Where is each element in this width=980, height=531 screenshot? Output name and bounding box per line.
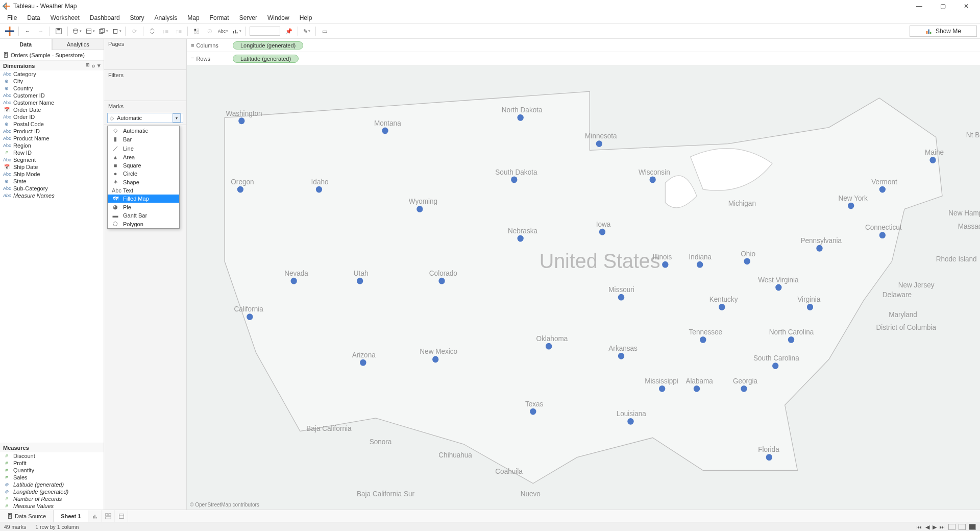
- save-button[interactable]: [53, 26, 65, 37]
- dimension-field[interactable]: AbcSegment: [0, 156, 104, 163]
- tab-analytics[interactable]: Analytics: [52, 39, 104, 50]
- view-slide-icon[interactable]: [959, 524, 966, 530]
- dimension-field[interactable]: AbcOrder ID: [0, 113, 104, 120]
- new-worksheet-button[interactable]: [84, 26, 96, 37]
- dimension-field[interactable]: ⊕Postal Code: [0, 120, 104, 128]
- data-source-selector[interactable]: 🗄 Orders (Sample - Superstore): [0, 50, 104, 61]
- state-marker[interactable]: [247, 313, 253, 320]
- close-button[interactable]: ✕: [954, 0, 978, 12]
- menu-data[interactable]: Data: [22, 14, 45, 21]
- new-dashboard-icon[interactable]: [102, 510, 115, 522]
- new-datasource-button[interactable]: [70, 26, 83, 37]
- state-marker[interactable]: [775, 284, 781, 291]
- state-marker[interactable]: [788, 336, 794, 343]
- state-marker[interactable]: [741, 385, 747, 392]
- group-button[interactable]: ∅: [204, 26, 216, 37]
- nav-first-icon[interactable]: ⏮: [917, 524, 922, 530]
- menu-server[interactable]: Server: [234, 14, 262, 21]
- measure-field[interactable]: #Sales: [0, 474, 104, 481]
- sort-asc-button[interactable]: ↓≡: [159, 26, 172, 37]
- mark-option[interactable]: ／Line: [108, 143, 179, 153]
- dimension-field[interactable]: ⊕Country: [0, 85, 104, 92]
- map-canvas[interactable]: United States WashingtonMontanaNorth Dak…: [187, 65, 980, 510]
- measure-field[interactable]: #Discount: [0, 452, 104, 460]
- menu-analysis[interactable]: Analysis: [150, 14, 183, 21]
- view-full-icon[interactable]: [969, 524, 976, 530]
- search-field-icon[interactable]: ⌕: [92, 62, 95, 69]
- mark-type-dropdown[interactable]: ◇ Automatic ▾: [107, 113, 183, 123]
- state-marker[interactable]: [879, 186, 886, 193]
- dimension-field[interactable]: ⊕City: [0, 78, 104, 85]
- dimension-field[interactable]: AbcProduct Name: [0, 135, 104, 142]
- mark-option[interactable]: ▮Bar: [108, 135, 179, 143]
- state-marker[interactable]: [382, 128, 388, 134]
- rows-pill[interactable]: Latitude (generated): [233, 55, 299, 63]
- maximize-button[interactable]: ▢: [931, 0, 954, 12]
- state-marker[interactable]: [238, 117, 244, 124]
- nav-last-icon[interactable]: ⏭: [940, 524, 945, 530]
- menu-dashboard[interactable]: Dashboard: [85, 14, 125, 21]
- mark-option[interactable]: ■Square: [108, 161, 179, 170]
- state-marker[interactable]: [650, 177, 656, 183]
- new-story-icon[interactable]: [115, 510, 128, 522]
- dimension-field[interactable]: AbcRegion: [0, 142, 104, 149]
- state-marker[interactable]: [518, 114, 524, 121]
- state-marker[interactable]: [357, 278, 363, 284]
- sort-desc-button[interactable]: ↑≡: [173, 26, 185, 37]
- state-marker[interactable]: [659, 385, 665, 392]
- state-marker[interactable]: [694, 385, 700, 392]
- measure-field[interactable]: ⊕Longitude (generated): [0, 488, 104, 495]
- state-marker[interactable]: [618, 294, 624, 301]
- state-marker[interactable]: [291, 278, 297, 284]
- state-marker[interactable]: [618, 353, 624, 359]
- dimension-field[interactable]: 📅Ship Date: [0, 163, 104, 171]
- chevron-down-icon[interactable]: ▾: [173, 113, 181, 123]
- dimension-field[interactable]: AbcCustomer ID: [0, 92, 104, 99]
- show-me-button[interactable]: Show Me: [910, 26, 977, 37]
- mark-option[interactable]: ●Circle: [108, 170, 179, 178]
- menu-file[interactable]: File: [2, 14, 22, 21]
- refresh-button[interactable]: ⟳: [128, 26, 140, 37]
- dimension-field[interactable]: AbcCategory: [0, 70, 104, 78]
- pen-button[interactable]: ✎: [301, 26, 313, 37]
- labels-button[interactable]: [230, 26, 242, 37]
- state-marker[interactable]: [360, 359, 366, 366]
- mark-option[interactable]: 🗺Filled Map: [108, 195, 179, 203]
- state-marker[interactable]: [744, 258, 750, 264]
- dimension-field[interactable]: ⊕State: [0, 178, 104, 185]
- presentation-button[interactable]: ▭: [318, 26, 331, 37]
- totals-button[interactable]: Abc: [217, 26, 229, 37]
- dimension-field[interactable]: 📅Order Date: [0, 106, 104, 113]
- pages-shelf[interactable]: [104, 49, 186, 69]
- state-marker[interactable]: [816, 245, 822, 252]
- state-marker[interactable]: [438, 278, 445, 284]
- columns-pill[interactable]: Longitude (generated): [233, 41, 303, 50]
- state-marker[interactable]: [766, 454, 772, 461]
- menu-story[interactable]: Story: [125, 14, 150, 21]
- rows-shelf[interactable]: ≡Rows Latitude (generated): [187, 52, 980, 65]
- clear-button[interactable]: [110, 26, 122, 37]
- state-marker[interactable]: [596, 140, 602, 147]
- dimension-field[interactable]: AbcSub-Category: [0, 185, 104, 192]
- dimensions-menu-icon[interactable]: ▾: [97, 62, 101, 69]
- state-marker[interactable]: [879, 232, 886, 238]
- columns-shelf[interactable]: ≡Columns Longitude (generated): [187, 39, 980, 52]
- toolbar-search-input[interactable]: [250, 27, 280, 36]
- state-marker[interactable]: [697, 261, 703, 268]
- menu-worksheet[interactable]: Worksheet: [45, 14, 85, 21]
- dimension-field[interactable]: #Row ID: [0, 149, 104, 156]
- menu-window[interactable]: Window: [262, 14, 295, 21]
- state-marker[interactable]: [807, 304, 813, 310]
- menu-map[interactable]: Map: [182, 14, 204, 21]
- dimension-field[interactable]: AbcProduct ID: [0, 128, 104, 135]
- state-marker[interactable]: [237, 186, 243, 193]
- tab-data-source[interactable]: 🗄 Data Source: [0, 510, 54, 522]
- menu-format[interactable]: Format: [205, 14, 234, 21]
- nav-prev-icon[interactable]: ◀: [925, 524, 929, 530]
- highlight-button[interactable]: [190, 26, 203, 37]
- measure-field[interactable]: #Number of Records: [0, 495, 104, 502]
- state-marker[interactable]: [848, 203, 854, 209]
- mark-option[interactable]: ⬠Polygon: [108, 220, 179, 228]
- state-marker[interactable]: [432, 356, 438, 363]
- nav-next-icon[interactable]: ▶: [933, 524, 937, 530]
